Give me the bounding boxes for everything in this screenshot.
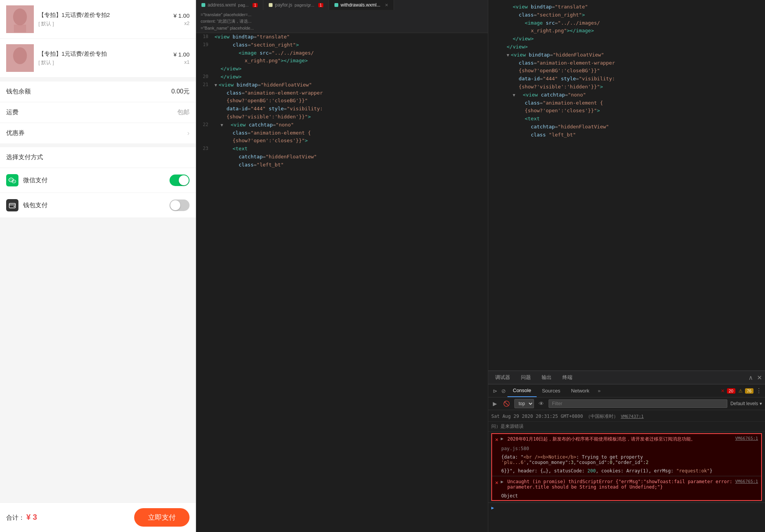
vm-ref-1[interactable]: VM67437:1 — [621, 414, 644, 419]
wechat-pay-row[interactable]: 微信支付 — [0, 168, 196, 193]
code-line-visibility: {show?'visible':'hidden'}}"> — [196, 113, 488, 121]
error-count-badge: 20 — [727, 388, 735, 394]
wallet-pay-label: 钱包支付 — [23, 201, 170, 209]
right-line-22: ▼ <view catchtap="nono" — [488, 91, 765, 99]
tab-address-wxml[interactable]: address.wxml pag... 1 — [196, 0, 263, 10]
code-line-class-left: class="left_bt" — [196, 161, 488, 169]
tab-close-icon[interactable]: ✕ — [385, 3, 388, 8]
product-qty-1: x2 — [173, 20, 190, 26]
console-pointer-icon[interactable]: ⊳ — [491, 387, 499, 395]
error-object-text: Object — [501, 493, 518, 499]
error-data-2: Object — [492, 492, 761, 500]
tab-terminal[interactable]: 终端 — [557, 371, 578, 384]
wallet-pay-toggle[interactable] — [170, 200, 190, 211]
tab-withdrawals-wxml[interactable]: withdrawals.wxml... ✕ — [329, 0, 394, 10]
context-text: 问）是来源错误 — [491, 423, 524, 430]
context-selector[interactable]: top — [514, 399, 534, 408]
code-line-viewclose: </view> — [196, 65, 488, 73]
eye-icon[interactable]: 👁 — [537, 400, 545, 407]
product-price-1: ¥ 1.00 — [173, 12, 190, 19]
coupon-row[interactable]: 优惠券 › — [0, 123, 196, 143]
tab-issues[interactable]: 问题 — [516, 371, 536, 384]
xml-dot-icon-2 — [334, 3, 338, 7]
right-line-23: <text — [488, 115, 765, 123]
code-line-23: 23 <text — [196, 145, 488, 153]
tab-output[interactable]: 输出 — [536, 371, 557, 384]
filter-arrow-icon[interactable]: ▶ — [491, 400, 499, 407]
product-name-1: 【专拍】1元话费/差价专拍2 — [38, 12, 173, 19]
error-icon: ✕ — [721, 388, 725, 394]
tab-payfor-js[interactable]: payfor.js pages/gr... 1 — [263, 0, 329, 10]
filter-input[interactable] — [549, 399, 727, 408]
timestamp-message: Sat Aug 29 2020 20:31:25 GMT+0800 （中国标准时… — [488, 412, 765, 422]
right-code-area: <view bindtap="translate" class="section… — [488, 0, 765, 371]
clear-console-icon[interactable]: 🚫 — [502, 400, 511, 407]
wallet-toggle-knob — [170, 200, 180, 210]
product-info-2: 【专拍】1元话费/差价专拍 [ 默认 ] — [38, 50, 173, 66]
devtools-collapse-icon[interactable]: ∧ — [748, 374, 753, 381]
error-text-2: Uncaught (in promise) thirdScriptError {… — [507, 479, 733, 490]
product-price-2: ¥ 1.00 — [173, 51, 190, 58]
product-name-2: 【专拍】1元话费/差价专拍 — [38, 50, 173, 58]
error-detail-text2: 6}}", header: {…}, statusCode: 200, cook… — [501, 468, 712, 474]
tab-network[interactable]: Network — [565, 385, 595, 397]
code-line-catchtap: catchtap="hiddenFloatView" — [196, 153, 488, 161]
coupon-label: 优惠券 — [6, 129, 25, 137]
code-line-21: 21 ▼<view bindtap="hiddenFloatView" — [196, 81, 488, 89]
tab-console[interactable]: Console — [507, 384, 537, 397]
expand-arrow-1[interactable]: ▶ — [501, 436, 503, 441]
code-line-class1: class="animation-element-wrapper — [196, 89, 488, 97]
product-right-1: ¥ 1.00 x2 — [173, 12, 190, 26]
console-input[interactable] — [496, 505, 762, 510]
wechat-pay-icon — [6, 174, 18, 186]
product-qty-2: x1 — [173, 59, 190, 65]
right-line-catchtap: catchtap="hiddenFloatView" — [488, 123, 765, 131]
tab-payfor-filename: payfor.js — [275, 2, 292, 8]
right-line-leftbt: class "left_bt" — [488, 131, 765, 139]
wechat-pay-toggle[interactable] — [170, 175, 190, 186]
tab-sources[interactable]: Sources — [537, 385, 566, 397]
xml-dot-icon — [201, 3, 205, 7]
right-code-lines: <view bindtap="translate" class="section… — [488, 2, 765, 141]
pay-button[interactable]: 立即支付 — [134, 508, 190, 527]
svg-rect-2 — [14, 25, 26, 32]
console-stop-icon[interactable]: ⊘ — [500, 387, 507, 395]
source-ref-1[interactable]: pay.js:580 — [501, 446, 529, 451]
more-console-tabs-icon[interactable]: » — [595, 385, 604, 397]
vm-ref-3[interactable]: VM66765:1 — [735, 479, 758, 484]
default-levels-selector[interactable]: Default levels ▾ — [730, 401, 762, 406]
svg-point-10 — [14, 181, 15, 182]
error-msg-1: ✕ ▶ 2020年01月10日起，新发布的小程序将不能使用模板消息，请开发者迁移… — [492, 434, 761, 444]
right-line-image2: x_right.png"></image> — [488, 27, 765, 35]
right-line-viewclose: </view> — [488, 35, 765, 43]
total-section: 合计： ¥ 3 — [6, 513, 37, 522]
more-devtools-icon[interactable]: ⋮ — [756, 387, 762, 394]
tab-withdrawals-filename: withdrawals.wxml... — [341, 2, 380, 8]
payment-section: 选择支付方式 微信支付 — [0, 147, 196, 218]
console-filter-row: ▶ 🚫 top 👁 Default levels ▾ — [488, 397, 765, 410]
error-icon-2: ✕ — [495, 479, 498, 485]
editor-tab-bar: address.wxml pag... 1 payfor.js pages/gr… — [196, 0, 488, 10]
error-data-detail: {data: "<br /><b>Notice</b>: Trying to g… — [492, 453, 761, 467]
tab-debugger[interactable]: 调试器 — [490, 371, 516, 384]
error-msg-2: ✕ ▶ Uncaught (in promise) thirdScriptErr… — [492, 477, 761, 492]
code-line-anim1: class="animation-element { — [196, 129, 488, 137]
svg-point-7 — [12, 180, 12, 180]
code-lines: 18 <view bindtap="translate" 19 class="s… — [196, 33, 488, 169]
product-item-2: 【专拍】1元话费/差价专拍 [ 默认 ] ¥ 1.00 x1 — [0, 39, 196, 78]
console-input-row: ▶ — [488, 502, 765, 513]
wallet-pay-row[interactable]: 钱包支付 — [0, 193, 196, 218]
right-panel: <view bindtap="translate" class="section… — [488, 0, 765, 532]
code-line-22: 22 ▼ <view catchtap="nono" — [196, 121, 488, 129]
code-line-image: <image src="../../images/ — [196, 49, 488, 57]
total-amount: ¥ 3 — [26, 513, 37, 521]
vm-ref-2[interactable]: VM66765:1 — [735, 436, 758, 441]
info-section: 钱包余额 0.00元 运费 包邮 优惠券 › — [0, 81, 196, 143]
devtools-close-icon[interactable]: ✕ — [755, 374, 763, 381]
tab-address-path: pag... — [238, 3, 249, 7]
devtools-panel: 调试器 问题 输出 终端 ∧ ✕ ⊳ ⊘ Console Sources Net… — [488, 371, 765, 532]
product-thumbnail-2 — [6, 44, 34, 72]
expand-arrow-2[interactable]: ▶ — [501, 479, 503, 484]
devtools-top-tabs: 调试器 问题 输出 终端 — [490, 371, 578, 384]
code-line-class2: {show?'openBG':'closeBG'}}" — [196, 97, 488, 105]
